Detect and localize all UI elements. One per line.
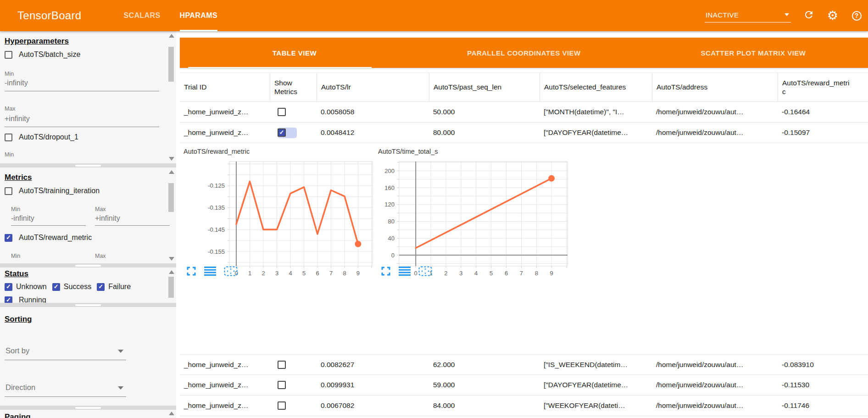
hparam-label: AutoTS/dropout_1 <box>19 133 78 141</box>
checkbox-status-running[interactable] <box>5 296 12 303</box>
header-tabs: SCALARS HPARAMS <box>123 0 217 31</box>
help-button[interactable]: ? <box>851 10 862 22</box>
section-resize-divider[interactable] <box>0 263 176 268</box>
scroll-up-icon[interactable] <box>169 270 174 274</box>
past-seq-len-cell: 62.000 <box>429 355 540 374</box>
address-cell: /home/junweid/zouwu/aut… <box>652 123 778 143</box>
status-label-success: Success <box>64 283 91 291</box>
past-seq-len-cell: 84.000 <box>429 396 540 416</box>
tab-scatter-plot-matrix-view[interactable]: SCATTER PLOT MATRIX VIEW <box>639 38 868 68</box>
sidebar: Hyperparameters AutoTS/batch_size Min -i… <box>0 31 176 418</box>
checkbox-status-failure[interactable] <box>97 283 105 291</box>
trial-id-cell: _home_junweid_z… <box>180 102 270 122</box>
drag-handle[interactable] <box>75 407 101 409</box>
list-icon[interactable] <box>204 267 216 276</box>
section-resize-divider[interactable] <box>0 406 176 410</box>
scrollbar-thumb[interactable] <box>168 183 174 212</box>
trial-id-cell: _home_junweid_z… <box>180 375 270 395</box>
checkbox-dropout-1[interactable] <box>5 134 12 141</box>
fullscreen-icon[interactable] <box>381 266 391 276</box>
show-metrics-checkbox[interactable] <box>278 108 286 116</box>
run-status-selector[interactable]: INACTIVE <box>705 9 791 22</box>
pan-zoom-icon[interactable] <box>418 266 432 276</box>
hyperparameters-title: Hyperparameters <box>5 37 69 46</box>
section-resize-divider[interactable] <box>0 303 176 307</box>
scroll-up-icon[interactable] <box>169 34 174 38</box>
paging-scrollbar[interactable] <box>168 411 175 418</box>
min-label: Min <box>5 151 14 158</box>
checkbox-training-iteration[interactable] <box>5 187 12 195</box>
tab-scalars[interactable]: SCALARS <box>123 0 160 31</box>
svg-text:7: 7 <box>520 270 523 277</box>
gear-icon: ⚙ <box>827 10 838 22</box>
hparam-item-dropout-1: AutoTS/dropout_1 <box>5 133 78 141</box>
min-label: Min <box>11 206 20 212</box>
scroll-down-icon[interactable] <box>169 157 174 161</box>
svg-text:8: 8 <box>343 270 346 277</box>
direction-select[interactable]: Direction <box>5 382 126 397</box>
col-show-metrics: Show Metrics <box>270 73 317 101</box>
svg-text:40: 40 <box>388 235 395 242</box>
section-resize-divider[interactable] <box>0 163 176 167</box>
svg-text:3: 3 <box>275 270 278 277</box>
status-scrollbar[interactable] <box>168 269 175 303</box>
scroll-up-icon[interactable] <box>169 170 174 174</box>
show-metrics-checkbox[interactable] <box>278 128 286 137</box>
max-input[interactable]: +infinity <box>95 214 170 226</box>
scroll-down-icon[interactable] <box>169 257 174 261</box>
checkbox-ripple <box>278 128 297 138</box>
show-metrics-cell <box>270 355 317 374</box>
drag-handle[interactable] <box>75 265 101 267</box>
chart-title-time-total: AutoTS/time_total_s <box>378 148 438 155</box>
table-row: _home_junweid_z… 0.0058058 50.000 ["MONT… <box>180 102 868 123</box>
svg-text:5: 5 <box>490 270 493 277</box>
checkbox-reward-metric[interactable] <box>5 234 12 242</box>
reward-metric-chart[interactable]: -0.125-0.135-0.145-0.1550123456789 <box>184 159 376 281</box>
checkbox-batch-size[interactable] <box>5 51 12 59</box>
direction-value: Direction <box>6 383 35 391</box>
metric-item-training-iteration: AutoTS/training_iteration <box>5 187 100 195</box>
selected-features-cell: ["DAYOFYEAR(datetime… <box>540 123 652 143</box>
hyperparameters-scrollbar[interactable] <box>168 33 175 162</box>
svg-text:-0.125: -0.125 <box>208 182 225 189</box>
sidebar-section-metrics: Metrics AutoTS/training_iteration Min -i… <box>0 167 176 263</box>
max-label: Max <box>95 206 106 212</box>
list-icon[interactable] <box>399 267 411 276</box>
fullscreen-icon[interactable] <box>186 266 196 276</box>
scrollbar-thumb[interactable] <box>168 277 174 298</box>
checkbox-status-unknown[interactable] <box>5 283 12 291</box>
settings-button[interactable]: ⚙ <box>827 10 839 22</box>
chart-toolbar <box>381 266 432 276</box>
show-metrics-checkbox[interactable] <box>278 381 286 389</box>
time-total-chart[interactable]: 040801201602000123456789 <box>378 159 576 281</box>
svg-text:200: 200 <box>384 167 395 174</box>
sorting-title: Sorting <box>5 315 32 324</box>
min-input[interactable]: -infinity <box>11 214 86 226</box>
tab-parallel-coordinates-view[interactable]: PARALLEL COORDINATES VIEW <box>409 38 639 68</box>
min-input[interactable]: -infinity <box>5 79 159 91</box>
show-metrics-cell <box>270 102 317 122</box>
address-cell: /home/junweid/zouwu/aut… <box>652 375 778 395</box>
show-metrics-checkbox[interactable] <box>278 401 286 410</box>
svg-text:-0.135: -0.135 <box>208 204 225 211</box>
tab-hparams[interactable]: HPARAMS <box>180 0 218 31</box>
lr-cell: 0.0058058 <box>317 102 429 122</box>
drag-handle[interactable] <box>75 165 101 167</box>
checkbox-status-success[interactable] <box>52 283 60 291</box>
svg-text:9: 9 <box>550 270 553 277</box>
tab-table-view[interactable]: TABLE VIEW <box>180 38 409 68</box>
scroll-up-icon[interactable] <box>169 412 174 415</box>
drag-handle[interactable] <box>75 304 101 306</box>
metrics-scrollbar[interactable] <box>168 169 175 262</box>
refresh-button[interactable] <box>803 10 815 22</box>
scrollbar-thumb[interactable] <box>168 47 174 82</box>
svg-text:4: 4 <box>289 270 292 277</box>
table-row: _home_junweid_z… 0.0048412 80.000 ["DAYO… <box>180 123 868 143</box>
sort-by-select[interactable]: Sort by <box>5 346 126 360</box>
lr-cell: 0.0048412 <box>317 123 429 143</box>
show-metrics-cell <box>270 396 317 416</box>
svg-text:6: 6 <box>316 270 319 277</box>
max-input[interactable]: +infinity <box>5 115 159 127</box>
show-metrics-checkbox[interactable] <box>278 361 286 369</box>
pan-zoom-icon[interactable] <box>224 266 238 276</box>
